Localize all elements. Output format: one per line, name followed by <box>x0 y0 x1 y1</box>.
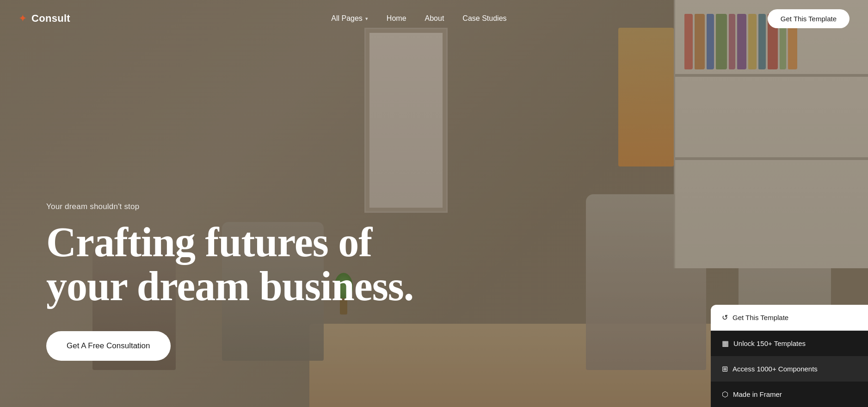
nav-link-about[interactable]: About <box>418 11 452 26</box>
unlock-templates-button[interactable]: ▦ Unlock 150+ Templates <box>711 331 868 356</box>
get-template-panel-button[interactable]: ↺ Get This Template <box>711 305 868 331</box>
nav-links: All Pages ▾ Home About Case Studies <box>324 11 514 26</box>
brand-star-icon: ✦ <box>18 13 27 24</box>
nav-link-all-pages[interactable]: All Pages ▾ <box>324 11 376 26</box>
chevron-down-icon: ▾ <box>365 16 368 22</box>
grid-icon: ▦ <box>722 339 729 348</box>
nav-link-home[interactable]: Home <box>379 11 414 26</box>
access-components-button[interactable]: ⊞ Access 1000+ Components <box>711 356 868 382</box>
hero-content: Your dream shouldn't stop Crafting futur… <box>46 202 413 361</box>
free-consultation-button[interactable]: Get A Free Consultation <box>46 331 171 361</box>
layers-icon: ⊞ <box>722 364 728 373</box>
navbar: ✦ Consult All Pages ▾ Home About Case St… <box>0 0 868 37</box>
brand-logo[interactable]: ✦ Consult <box>18 12 70 25</box>
get-template-nav-button[interactable]: Get This Template <box>768 9 850 28</box>
share-icon: ↺ <box>722 313 728 322</box>
brand-name: Consult <box>31 12 70 25</box>
framer-icon: ⬡ <box>722 390 728 399</box>
nav-link-case-studies[interactable]: Case Studies <box>455 11 514 26</box>
made-in-framer-button[interactable]: ⬡ Made in Framer <box>711 382 868 407</box>
hero-tagline: Your dream shouldn't stop <box>46 202 413 211</box>
sidebar-panel: ↺ Get This Template ▦ Unlock 150+ Templa… <box>711 305 868 407</box>
hero-title: Crafting futures of your dream business. <box>46 221 413 308</box>
